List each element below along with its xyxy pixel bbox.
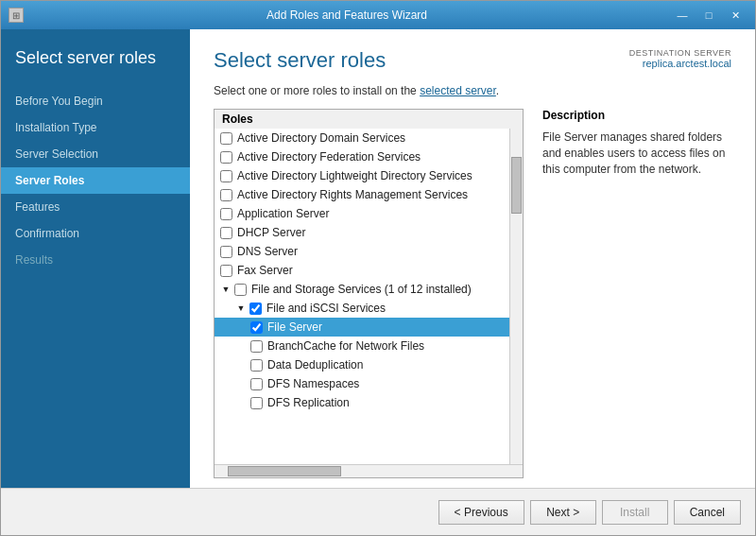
role-label-fax: Fax Server [237,264,293,277]
role-item-ad-domain[interactable]: Active Directory Domain Services [215,129,509,147]
role-label-dfs-replication: DFS Replication [267,396,350,409]
sidebar-item-label: Server Selection [15,147,98,161]
sidebar-item-label: Installation Type [15,121,97,134]
window-icon: ⊞ [9,8,24,23]
main-content-area: Select server roles DESTINATION SERVER r… [190,29,755,488]
role-label-ad-lightweight: Active Directory Lightweight Directory S… [237,169,472,182]
expander-icon-file-storage[interactable]: ▼ [220,284,232,295]
role-item-dhcp[interactable]: DHCP Server [215,223,509,242]
role-checkbox-file-server[interactable] [250,321,263,334]
role-checkbox-ad-domain[interactable] [220,132,232,145]
destination-label: DESTINATION SERVER [629,48,731,58]
role-checkbox-ad-federation[interactable] [220,151,232,164]
expander-icon-file-iscsi[interactable]: ▼ [235,303,247,314]
sidebar: Select server roles Before You Begin Ins… [1,29,190,488]
role-item-dfs-namespaces[interactable]: DFS Namespaces [215,374,509,393]
role-item-ad-lightweight[interactable]: Active Directory Lightweight Directory S… [215,166,509,185]
sidebar-item-results: Results [1,247,190,273]
roles-section: Roles Active Directory Domain Services A… [214,109,731,478]
scrollbar-thumb[interactable] [511,157,522,214]
role-item-ad-rights[interactable]: Active Directory Rights Management Servi… [215,185,509,204]
roles-list-header: Roles [215,110,523,129]
role-label-branchcache: BranchCache for Network Files [267,339,424,353]
footer: < Previous Next > Install Cancel [1,488,755,535]
sidebar-nav: Before You Begin Installation Type Serve… [1,83,190,273]
minimize-button[interactable]: — [670,6,695,25]
description-title: Description [542,109,731,122]
role-item-dedup[interactable]: Data Deduplication [215,355,509,374]
sidebar-item-features[interactable]: Features [1,194,190,220]
role-label-app-server: Application Server [237,207,329,220]
role-checkbox-ad-lightweight[interactable] [220,170,232,182]
sidebar-item-confirmation[interactable]: Confirmation [1,220,190,247]
horizontal-scrollbar[interactable] [215,464,523,477]
install-button[interactable]: Install [602,500,668,525]
role-checkbox-app-server[interactable] [220,208,232,220]
sidebar-item-label: Server Roles [15,174,84,187]
role-label-ad-rights: Active Directory Rights Management Servi… [237,188,468,201]
role-item-file-server[interactable]: File Server [215,318,509,337]
role-item-dfs-replication[interactable]: DFS Replication [215,393,509,412]
role-label-dfs-namespaces: DFS Namespaces [267,377,359,390]
main-header: Select server roles DESTINATION SERVER r… [214,48,731,73]
selected-server-link[interactable]: selected server [420,84,496,97]
sidebar-header: Select server roles [1,29,190,83]
page-title: Select server roles [214,48,386,73]
role-item-dns[interactable]: DNS Server [215,242,509,261]
role-label-dns: DNS Server [237,245,298,258]
role-checkbox-dedup[interactable] [250,359,263,372]
sidebar-item-label: Features [15,200,60,214]
sidebar-item-before-you-begin[interactable]: Before You Begin [1,88,190,114]
destination-server-info: DESTINATION SERVER replica.arctest.local [629,48,731,69]
window-icon-symbol: ⊞ [12,10,20,21]
role-label-ad-federation: Active Directory Federation Services [237,150,421,164]
role-checkbox-dfs-namespaces[interactable] [250,378,263,390]
list-scroll-wrapper: Active Directory Domain Services Active … [215,129,523,464]
title-bar: ⊞ Add Roles and Features Wizard — □ ✕ [1,1,755,29]
role-label-dedup: Data Deduplication [267,358,363,372]
description-panel: Description File Server manages shared f… [542,109,731,478]
roles-list-container: Roles Active Directory Domain Services A… [214,109,524,478]
previous-button[interactable]: < Previous [438,500,524,525]
hscroll-thumb[interactable] [228,466,341,476]
sidebar-item-label: Before You Begin [15,95,103,108]
description-text: File Server manages shared folders and e… [542,130,731,177]
sidebar-item-installation-type[interactable]: Installation Type [1,114,190,141]
window-title: Add Roles and Features Wizard [266,9,427,22]
role-checkbox-file-storage[interactable] [234,284,247,296]
role-item-ad-federation[interactable]: Active Directory Federation Services [215,147,509,166]
sidebar-item-server-roles[interactable]: Server Roles [1,167,190,194]
role-checkbox-file-iscsi[interactable] [249,303,262,315]
role-checkbox-branchcache[interactable] [250,340,263,353]
sidebar-item-label: Confirmation [15,227,79,240]
close-button[interactable]: ✕ [723,6,747,25]
role-checkbox-ad-rights[interactable] [220,189,232,201]
server-name: replica.arctest.local [629,58,731,69]
role-label-file-server: File Server [267,320,322,334]
wizard-window: ⊞ Add Roles and Features Wizard — □ ✕ Se… [0,0,756,536]
role-item-file-iscsi[interactable]: ▼ File and iSCSI Services [215,299,509,318]
wizard-content: Select server roles Before You Begin Ins… [1,29,755,488]
next-button[interactable]: Next > [530,500,596,525]
instruction-text: Select one or more roles to install on t… [214,84,731,97]
cancel-button[interactable]: Cancel [674,500,741,525]
role-checkbox-dfs-replication[interactable] [250,397,263,409]
role-item-file-storage[interactable]: ▼ File and Storage Services (1 of 12 ins… [215,280,509,299]
vertical-scrollbar[interactable] [509,129,523,464]
role-label-file-storage: File and Storage Services (1 of 12 insta… [251,283,472,296]
title-bar-controls: — □ ✕ [670,6,747,25]
role-label-ad-domain: Active Directory Domain Services [237,131,405,145]
role-checkbox-dns[interactable] [220,246,232,258]
role-item-app-server[interactable]: Application Server [215,204,509,223]
role-item-branchcache[interactable]: BranchCache for Network Files [215,337,509,355]
sidebar-item-label: Results [15,253,53,267]
role-checkbox-dhcp[interactable] [220,227,232,239]
role-label-file-iscsi: File and iSCSI Services [266,302,386,315]
roles-list[interactable]: Active Directory Domain Services Active … [215,129,509,464]
maximize-button[interactable]: □ [696,6,721,25]
role-checkbox-fax[interactable] [220,265,232,277]
role-label-dhcp: DHCP Server [237,226,305,239]
sidebar-item-server-selection[interactable]: Server Selection [1,141,190,167]
role-item-fax[interactable]: Fax Server [215,261,509,280]
